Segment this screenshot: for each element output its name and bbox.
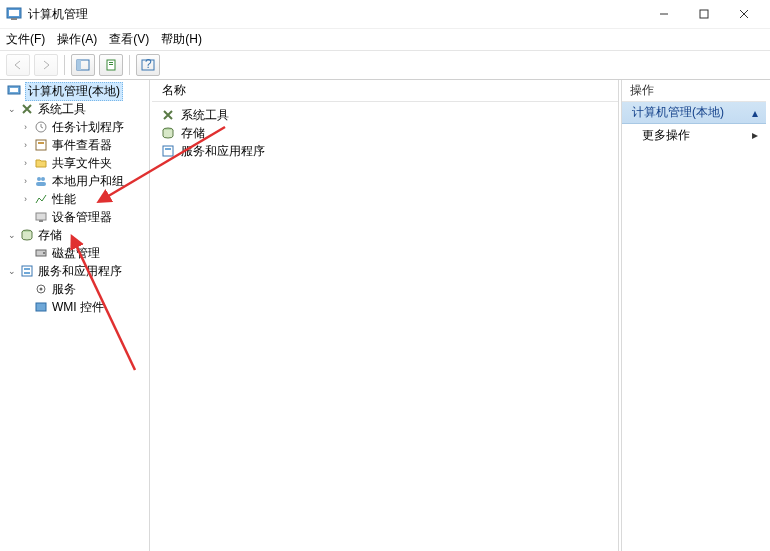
expander-icon[interactable]: › [20, 122, 31, 133]
toolbar: ? [0, 50, 770, 80]
label: 服务和应用程序 [38, 263, 122, 280]
tree-services[interactable]: 服务 [0, 280, 149, 298]
actions-header: 操作 [622, 80, 766, 102]
services-apps-icon [160, 143, 176, 159]
folder-icon [33, 155, 49, 171]
expander-icon[interactable]: › [20, 140, 31, 151]
label: 存储 [38, 227, 62, 244]
properties-button[interactable] [99, 54, 123, 76]
tree-storage[interactable]: ⌄ 存储 [0, 226, 149, 244]
svg-rect-17 [36, 140, 46, 150]
svg-rect-29 [24, 272, 30, 274]
titlebar: 计算机管理 [0, 0, 770, 28]
minimize-button[interactable] [644, 2, 684, 26]
svg-rect-1 [9, 10, 19, 16]
svg-point-19 [37, 177, 41, 181]
actions-title-label: 计算机管理(本地) [632, 104, 724, 121]
label: 共享文件夹 [52, 155, 112, 172]
svg-rect-15 [10, 88, 18, 92]
collapse-icon: ▴ [752, 106, 758, 120]
storage-icon [19, 227, 35, 243]
tree-shared-folders[interactable]: › 共享文件夹 [0, 154, 149, 172]
label: 磁盘管理 [52, 245, 100, 262]
label: 本地用户和组 [52, 173, 124, 190]
tree-task-scheduler[interactable]: › 任务计划程序 [0, 118, 149, 136]
help-button[interactable]: ? [136, 54, 160, 76]
expander-icon[interactable]: › [20, 158, 31, 169]
menu-action[interactable]: 操作(A) [57, 31, 97, 48]
tools-icon [160, 107, 176, 123]
tree-services-apps[interactable]: ⌄ 服务和应用程序 [0, 262, 149, 280]
svg-rect-8 [77, 60, 81, 70]
list-item-storage[interactable]: 存储 [152, 124, 618, 142]
svg-rect-28 [24, 268, 30, 270]
tree-event-viewer[interactable]: › 事件查看器 [0, 136, 149, 154]
actions-more[interactable]: 更多操作 ▸ [622, 124, 766, 146]
svg-rect-32 [36, 303, 46, 311]
expander-icon[interactable]: ⌄ [6, 230, 17, 241]
list-label: 存储 [181, 125, 205, 142]
tree-disk-management[interactable]: 磁盘管理 [0, 244, 149, 262]
back-button[interactable] [6, 54, 30, 76]
svg-rect-4 [700, 10, 708, 18]
svg-rect-35 [165, 148, 171, 150]
close-button[interactable] [724, 2, 764, 26]
computer-icon [6, 83, 22, 99]
svg-rect-34 [163, 146, 173, 156]
gear-icon [33, 281, 49, 297]
services-apps-icon [19, 263, 35, 279]
svg-rect-22 [36, 213, 46, 220]
svg-rect-23 [39, 220, 43, 222]
svg-point-20 [41, 177, 45, 181]
app-icon [6, 6, 22, 22]
column-label: 名称 [162, 82, 186, 99]
menu-view[interactable]: 查看(V) [109, 31, 149, 48]
users-icon [33, 173, 49, 189]
list-label: 系统工具 [181, 107, 229, 124]
svg-rect-11 [109, 64, 113, 65]
clock-icon [33, 119, 49, 135]
tree-wmi[interactable]: WMI 控件 [0, 298, 149, 316]
actions-header-label: 操作 [630, 82, 654, 99]
label: 性能 [52, 191, 76, 208]
tools-icon [19, 101, 35, 117]
disk-icon [33, 245, 49, 261]
actions-more-label: 更多操作 [642, 127, 690, 144]
list-pane: 名称 系统工具 存储 服务和应用程序 [152, 80, 619, 551]
wmi-icon [33, 299, 49, 315]
tree-system-tools[interactable]: ⌄ 系统工具 [0, 100, 149, 118]
tree-device-manager[interactable]: 设备管理器 [0, 208, 149, 226]
label: 事件查看器 [52, 137, 112, 154]
svg-rect-2 [11, 18, 17, 20]
column-header-name[interactable]: 名称 [152, 80, 618, 102]
tree-root-label: 计算机管理(本地) [25, 82, 123, 101]
list-item-services-apps[interactable]: 服务和应用程序 [152, 142, 618, 160]
list-item-system-tools[interactable]: 系统工具 [152, 106, 618, 124]
expander-icon[interactable]: › [20, 194, 31, 205]
tree-root[interactable]: 计算机管理(本地) [0, 82, 149, 100]
show-hide-tree-button[interactable] [71, 54, 95, 76]
expander-icon[interactable]: ⌄ [6, 266, 17, 277]
chevron-right-icon: ▸ [752, 128, 758, 142]
label: 服务 [52, 281, 76, 298]
svg-point-26 [43, 252, 45, 254]
tree-performance[interactable]: › 性能 [0, 190, 149, 208]
actions-title[interactable]: 计算机管理(本地) ▴ [622, 102, 766, 124]
svg-rect-18 [38, 142, 44, 144]
svg-text:?: ? [145, 59, 152, 71]
svg-rect-21 [36, 182, 46, 186]
tree-pane: 计算机管理(本地) ⌄ 系统工具 › 任务计划程序 › 事件查看器 › 共享文件… [0, 80, 150, 551]
label: 系统工具 [38, 101, 86, 118]
tree-local-users[interactable]: › 本地用户和组 [0, 172, 149, 190]
label: 任务计划程序 [52, 119, 124, 136]
menu-file[interactable]: 文件(F) [6, 31, 45, 48]
expander-icon[interactable]: › [20, 176, 31, 187]
expander-icon[interactable]: ⌄ [6, 104, 17, 115]
window-title: 计算机管理 [28, 6, 88, 23]
label: WMI 控件 [52, 299, 104, 316]
menu-help[interactable]: 帮助(H) [161, 31, 202, 48]
storage-icon [160, 125, 176, 141]
device-icon [33, 209, 49, 225]
maximize-button[interactable] [684, 2, 724, 26]
forward-button[interactable] [34, 54, 58, 76]
